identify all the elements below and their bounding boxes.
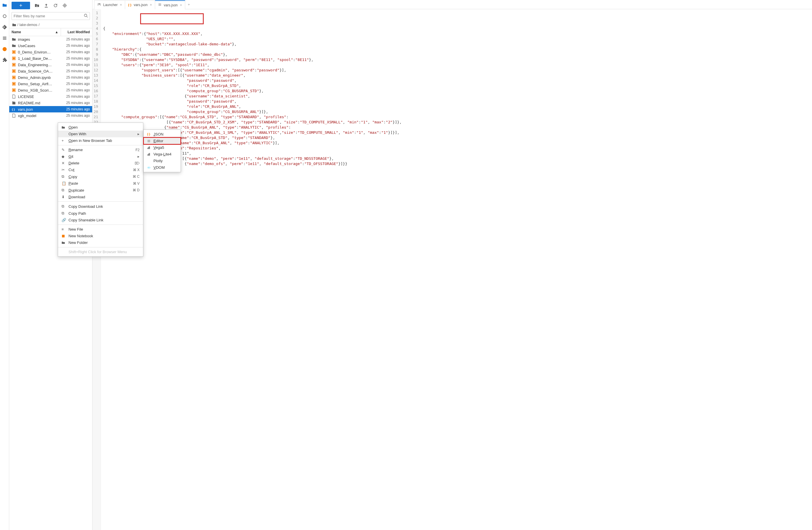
file-row[interactable]: LICENSE25 minutes ago [9, 94, 92, 100]
file-row[interactable]: 1_Load_Base_De…25 minutes ago [9, 55, 92, 61]
file-row[interactable]: 0_Demo_Environ…25 minutes ago [9, 49, 92, 55]
close-icon[interactable]: × [150, 3, 152, 7]
git-icon: ◆ [61, 154, 66, 159]
submenu-label: Vega-Lite4 [154, 152, 171, 156]
tab[interactable]: {·}vars.json× [125, 0, 155, 9]
column-modified-header[interactable]: Last Modified [61, 28, 92, 36]
file-row[interactable]: README.md25 minutes ago [9, 100, 92, 106]
filter-input-wrap [12, 12, 90, 20]
file-modified: 25 minutes ago [59, 63, 90, 67]
svg-rect-12 [13, 76, 15, 78]
context-menu-item[interactable]: 📋Paste⌘ V [58, 180, 143, 187]
chevron-right-icon: ▸ [137, 132, 140, 136]
refresh-icon[interactable] [53, 3, 58, 8]
file-modified: 25 minutes ago [59, 101, 90, 105]
context-menu-item[interactable]: ⬇Download [58, 194, 143, 200]
json-icon: {·} [147, 133, 151, 136]
file-row[interactable]: Data_Engineering…25 minutes ago [9, 61, 92, 68]
upload-icon[interactable] [44, 3, 48, 8]
activity-ext-icon[interactable] [2, 57, 8, 63]
context-menu-item[interactable]: ◆Git▸ [58, 153, 143, 160]
file-name: 1_Load_Base_De… [18, 56, 59, 61]
svg-rect-8 [13, 64, 15, 66]
context-menu-item: Shift+Right Click for Browser Menu [58, 248, 143, 255]
activity-git-icon[interactable] [2, 24, 8, 30]
code-editor[interactable]: 1234567891011121314151617181920212223242… [92, 9, 812, 530]
svg-rect-10 [13, 70, 15, 72]
copy-icon: ⧉ [61, 188, 66, 192]
close-icon[interactable]: × [120, 3, 122, 7]
file-modified: 25 minutes ago [59, 56, 90, 60]
submenu-label: Vega5 [154, 145, 164, 150]
submenu-item[interactable]: VDOM [144, 164, 180, 171]
context-menu-item[interactable]: ✎RenameF2 [58, 146, 143, 153]
submenu-item[interactable]: Vega5 [144, 144, 180, 151]
context-menu-item[interactable]: ✕Delete⌦ [58, 160, 143, 167]
tab-bar: Launcher×{·}vars.json×vars.json×+ [92, 0, 812, 9]
context-menu-item[interactable]: ⧉Copy⌘ C [58, 173, 143, 180]
new-tab-button[interactable]: + [185, 0, 193, 9]
svg-point-0 [3, 15, 6, 18]
react-icon [147, 166, 151, 169]
code-area[interactable]: { "environment":{"host":"XXX.XXX.XXX.XXX… [101, 9, 404, 530]
context-menu-item[interactable]: ⧉Copy Download Link [58, 203, 143, 210]
tab[interactable]: Launcher× [94, 0, 125, 9]
new-launcher-button[interactable]: + [12, 2, 30, 9]
file-row[interactable]: Demo_XGB_Scori…25 minutes ago [9, 87, 92, 94]
submenu-label: VDOM [154, 165, 165, 170]
file-row[interactable]: Data_Science_OA…25 minutes ago [9, 68, 92, 74]
shortcut: F2 [135, 148, 140, 152]
highlight-box-env [140, 13, 204, 24]
context-menu-item[interactable]: Open With▸ [58, 131, 143, 137]
file-name: vars.json [18, 107, 59, 112]
context-menu-item[interactable]: ✂Cut⌘ X [58, 167, 143, 173]
file-row[interactable]: UseCases25 minutes ago [9, 42, 92, 49]
context-menu-item[interactable]: ⧉Duplicate⌘ D [58, 187, 143, 194]
open-with-submenu: {·}JSONEditorVega5Vega-Lite4PlotlyVDOM [143, 129, 181, 172]
tab[interactable]: vars.json× [155, 0, 185, 9]
submenu-item[interactable]: Vega-Lite4 [144, 151, 180, 157]
context-menu-item[interactable]: Open [58, 124, 143, 131]
context-menu-item[interactable]: ⧉Copy Path [58, 210, 143, 217]
file-modified: 25 minutes ago [59, 107, 90, 111]
breadcrumb[interactable]: / lake-demos / [9, 22, 92, 28]
chart-icon [147, 146, 151, 149]
file-name: xgb_model [18, 114, 59, 118]
copy-icon: ⧉ [61, 211, 66, 216]
file-row[interactable]: Demo_Admin.ipynb25 minutes ago [9, 74, 92, 81]
activity-files-icon[interactable] [2, 2, 8, 8]
activity-list-icon[interactable] [2, 35, 8, 41]
new-folder-icon[interactable] [35, 3, 39, 8]
activity-circle-icon[interactable] [2, 13, 8, 19]
context-menu-item[interactable]: New Folder [58, 239, 143, 246]
submenu-label: Plotly [154, 159, 163, 163]
svg-point-19 [148, 167, 149, 168]
file-row[interactable]: xgb_model25 minutes ago [9, 112, 92, 119]
file-list: images25 minutes agoUseCases25 minutes a… [9, 36, 92, 530]
file-row[interactable]: Demo_Setup_Airfl…25 minutes ago [9, 81, 92, 87]
shortcut: ⌦ [135, 161, 140, 165]
column-name-header[interactable]: Name▲ [9, 28, 61, 36]
notebook-icon [12, 50, 16, 54]
git-icon[interactable] [62, 3, 67, 8]
filter-input[interactable] [14, 14, 84, 18]
submenu-label: Editor [154, 139, 163, 143]
context-menu-item[interactable]: ≡New File [58, 226, 143, 233]
submenu-item[interactable]: {·}JSON [144, 131, 180, 138]
menu-label: Download [69, 195, 140, 199]
submenu-item[interactable]: Editor [144, 138, 180, 144]
copy-icon: ⧉ [61, 204, 66, 209]
context-menu-item[interactable]: New Notebook [58, 233, 143, 239]
close-icon[interactable]: × [180, 3, 182, 7]
notebook-icon [61, 234, 66, 238]
cut-icon: ✂ [61, 168, 66, 172]
file-row[interactable]: images25 minutes ago [9, 36, 92, 42]
file-row[interactable]: { }vars.json25 minutes ago [9, 106, 92, 112]
file-name: Data_Science_OA… [18, 69, 59, 73]
context-menu-item[interactable]: 🔗Copy Shareable Link [58, 217, 143, 224]
activity-ball-icon[interactable] [2, 46, 8, 52]
pencil-icon: ✎ [61, 148, 66, 152]
folder-icon [12, 43, 16, 48]
submenu-item[interactable]: Plotly [144, 157, 180, 164]
context-menu-item[interactable]: +Open in New Browser Tab [58, 137, 143, 144]
